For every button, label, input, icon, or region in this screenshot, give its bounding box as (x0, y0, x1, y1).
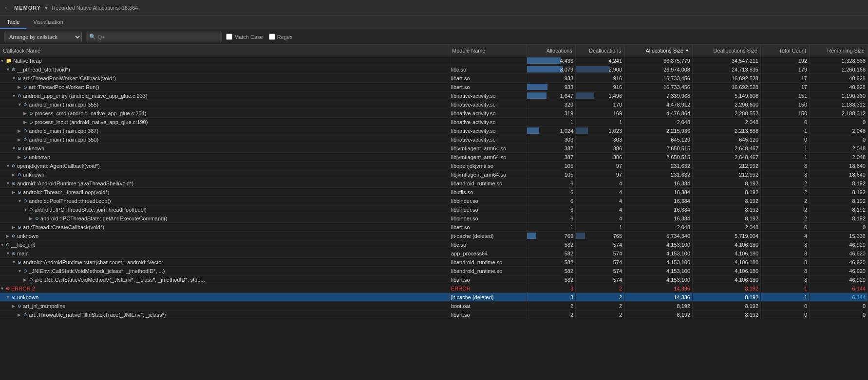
table-row[interactable]: ▶ ⊙ art::ThreadPoolWorker::Run() libart.… (0, 83, 868, 91)
col-dealloc-size[interactable]: Deallocations Size (693, 45, 761, 56)
expand-arrow[interactable]: ▼ (0, 286, 6, 291)
search-input[interactable] (98, 34, 219, 40)
expand-arrow[interactable]: ▶ (18, 137, 23, 142)
col-callstack[interactable]: Callstack Name (0, 45, 449, 56)
table-row[interactable]: ▼ 📁 Native heap 4,433 4,241 36,875,779 3… (0, 56, 868, 65)
func-icon: ⊙ (29, 207, 33, 212)
col-remaining[interactable]: Remaining Size (810, 45, 868, 56)
table-row[interactable]: ▼ ⊙ unknown libjvmtiagent_arm64.so 387 3… (0, 144, 868, 153)
expand-arrow[interactable]: ▶ (23, 120, 29, 125)
table-row[interactable]: ▶ ⊙ art::JNI::CallStaticVoidMethodV(_JNI… (0, 275, 868, 284)
table-row[interactable]: ▼ ⊙ openjdkjvmti::AgentCallback(void*) l… (0, 162, 868, 170)
cell-dealloc: 574 (576, 275, 624, 284)
table-row[interactable]: ▶ ⊙ process_cmd (android_native_app_glue… (0, 109, 868, 118)
expand-arrow[interactable]: ▶ (29, 216, 35, 221)
match-case-checkbox[interactable] (226, 34, 232, 40)
expand-arrow[interactable]: ▼ (0, 58, 6, 63)
expand-arrow[interactable]: ▶ (18, 85, 23, 90)
expand-arrow[interactable]: ▶ (12, 225, 18, 230)
table-row[interactable]: ▼ ⊙ android::PoolThread::threadLoop() li… (0, 197, 868, 205)
table-row[interactable]: ▼ ⊙ android_app_entry (android_native_ap… (0, 91, 868, 100)
expand-arrow[interactable]: ▼ (6, 181, 12, 186)
table-row[interactable]: ▼ ⊙ __pthread_start(void*) libc.so 3,079… (0, 65, 868, 74)
table-row[interactable]: ▶ ⊙ unknown libjvmtiagent_arm64.so 105 9… (0, 170, 868, 179)
table-row[interactable]: ▶ ⊙ art::Thread::CreateCallback(void*) l… (0, 223, 868, 232)
table-row[interactable]: ▼ ⊙ android::AndroidRuntime::start(char … (0, 258, 868, 267)
cell-remaining: 46,920 (810, 275, 868, 284)
table-row[interactable]: ▶ ⊙ android::Thread::_threadLoop(void*) … (0, 188, 868, 197)
expand-arrow[interactable]: ▼ (18, 102, 23, 107)
back-button[interactable]: ← (4, 4, 10, 11)
table-row[interactable]: ▼ ⊙ android::IPCThreadState::joinThreadP… (0, 205, 868, 214)
expand-arrow[interactable]: ▶ (18, 155, 23, 160)
expand-arrow[interactable]: ▶ (18, 128, 23, 133)
table-row[interactable]: ▶ ⊙ android::IPCThreadState::getAndExecu… (0, 214, 868, 223)
table-row[interactable]: ▶ ⊙ android_main (main.cpp:350) libnativ… (0, 135, 868, 144)
table-row[interactable]: ▶ ⊙ android_main (main.cpp:387) libnativ… (0, 127, 868, 135)
cell-dealloc-size: 645,120 (693, 135, 761, 144)
cell-remaining: 46,920 (810, 240, 868, 249)
expand-arrow[interactable]: ▶ (23, 277, 29, 282)
func-icon: ⊙ (12, 181, 16, 186)
expand-arrow[interactable]: ▶ (12, 172, 18, 177)
expand-arrow[interactable]: ▼ (18, 199, 23, 203)
expand-arrow[interactable]: ▶ (6, 234, 12, 238)
table-row[interactable]: ▼ ⊙ _JNIEnv::CallStaticVoidMethod(_jclas… (0, 267, 868, 275)
expand-arrow[interactable]: ▶ (12, 304, 18, 308)
expand-arrow[interactable]: ▼ (6, 163, 12, 168)
arrange-dropdown[interactable]: Arrange by callstack (4, 32, 82, 42)
expand-arrow[interactable]: ▼ (12, 146, 18, 151)
func-icon: ⊙ (23, 85, 27, 90)
alloc-value: 6 (529, 189, 573, 195)
expand-arrow[interactable]: ▼ (23, 207, 29, 212)
tab-table[interactable]: Table (0, 16, 26, 29)
func-icon: ⊙ (18, 172, 21, 177)
row-name: android::IPCThreadState::joinThreadPool(… (35, 207, 147, 213)
cell-remaining: 18,640 (810, 170, 868, 179)
expand-arrow[interactable]: ▶ (12, 190, 18, 195)
table-row[interactable]: ▶ ⊙ process_input (android_native_app_gl… (0, 118, 868, 127)
title-dropdown[interactable]: ▾ (45, 4, 48, 11)
col-alloc-size[interactable]: Allocations Size ▼ (624, 45, 693, 56)
table-row[interactable]: ▼ ⊙ main app_process64 582 574 4,153,100… (0, 249, 868, 258)
expand-arrow[interactable]: ▼ (12, 76, 18, 81)
column-headers: Callstack Name Module Name Allocations D… (0, 45, 868, 56)
expand-arrow[interactable]: ▶ (23, 111, 29, 116)
col-total[interactable]: Total Count (761, 45, 810, 56)
expand-arrow[interactable]: ▼ (12, 93, 18, 98)
table-row[interactable]: ▼ ⊗ ERROR 2 ERROR 3 2 14,336 8,192 1 6,1… (0, 284, 868, 293)
col-dealloc[interactable]: Deallocations (576, 45, 624, 56)
expand-arrow[interactable]: ▼ (6, 251, 12, 256)
col-alloc[interactable]: Allocations (527, 45, 576, 56)
tab-visualization[interactable]: Visualization (26, 16, 70, 29)
expand-arrow[interactable]: ▼ (18, 269, 23, 273)
cell-remaining: 8,192 (810, 179, 868, 187)
app-container: ← MEMORY ▾ Recorded Native Allocations: … (0, 0, 868, 380)
table-row[interactable]: ▶ ⊙ unknown libjvmtiagent_arm64.so 387 3… (0, 153, 868, 162)
cell-alloc: 1 (527, 223, 576, 231)
col-module[interactable]: Module Name (449, 45, 527, 56)
cell-remaining: 46,920 (810, 267, 868, 275)
cell-dealloc-size: 8,192 (693, 284, 761, 292)
match-case-label[interactable]: Match Case (226, 34, 263, 40)
row-name: main (17, 251, 29, 256)
table-row[interactable]: ▼ ⊙ __libc_init libc.so 582 574 4,153,10… (0, 240, 868, 249)
expand-arrow[interactable]: ▼ (6, 295, 12, 300)
regex-checkbox[interactable] (269, 34, 275, 40)
cell-module: libjvmtiagent_arm64.so (449, 153, 527, 161)
expand-arrow[interactable]: ▼ (12, 260, 18, 265)
expand-arrow[interactable]: ▶ (18, 312, 23, 317)
table-row[interactable]: ▶ ⊙ unknown jit-cache (deleted) 769 765 … (0, 232, 868, 240)
table-row[interactable]: ▶ ⊙ art::Throwable_nativeFillInStackTrac… (0, 310, 868, 319)
expand-arrow[interactable]: ▼ (0, 242, 6, 247)
func-icon: ⊙ (18, 304, 21, 308)
row-name: _JNIEnv::CallStaticVoidMethod(_jclass*, … (29, 268, 165, 274)
expand-arrow[interactable]: ▼ (6, 67, 12, 72)
search-box: 🔍 (86, 32, 222, 42)
table-row[interactable]: ▼ ⊙ android::AndroidRuntime::javaThreadS… (0, 179, 868, 188)
table-row[interactable]: ▼ ⊙ android_main (main.cpp:355) libnativ… (0, 100, 868, 109)
regex-label[interactable]: Regex (269, 34, 293, 40)
table-row[interactable]: ▶ ⊙ art_jni_trampoline boot.oat 2 2 8,19… (0, 302, 868, 310)
table-row[interactable]: ▼ ⊙ art::ThreadPoolWorker::Callback(void… (0, 74, 868, 83)
table-row[interactable]: ▼ ⊙ unknown jit-cache (deleted) 3 2 14,3… (0, 293, 868, 302)
